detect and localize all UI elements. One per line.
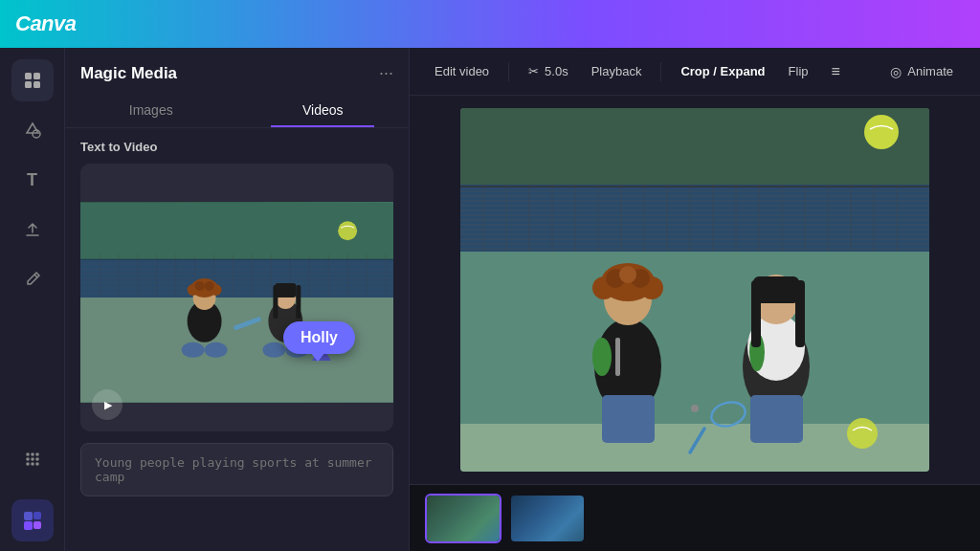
filmstrip-thumb-inner-1 — [427, 496, 500, 541]
tab-videos[interactable]: Videos — [237, 95, 410, 127]
svg-rect-3 — [33, 81, 40, 88]
animate-button[interactable]: ◎ Animate — [879, 58, 965, 85]
svg-rect-57 — [296, 285, 301, 319]
svg-point-7 — [35, 452, 39, 456]
svg-point-9 — [31, 457, 34, 461]
canvas-area — [410, 96, 980, 484]
scissors-button[interactable]: ✂ 5.0s — [519, 58, 578, 84]
draw-icon — [23, 270, 42, 289]
flip-button[interactable]: Flip — [779, 58, 818, 84]
tennis-scene-svg — [80, 202, 393, 403]
scroll-indicator — [691, 405, 699, 412]
svg-rect-14 — [24, 521, 33, 530]
playback-button[interactable]: Playback — [582, 58, 652, 84]
svg-point-13 — [35, 462, 39, 466]
video-preview-card: Holly — [80, 164, 393, 431]
svg-rect-58 — [275, 283, 296, 298]
sidebar-item-upload[interactable] — [11, 209, 54, 251]
prompt-input[interactable] — [80, 443, 393, 496]
sidebar-item-shapes[interactable] — [11, 109, 54, 151]
edit-video-button[interactable]: Edit video — [425, 58, 499, 84]
svg-rect-65 — [460, 108, 929, 185]
main-layout: T — [0, 48, 980, 551]
svg-point-111 — [592, 338, 612, 376]
svg-point-5 — [26, 452, 30, 456]
svg-point-124 — [864, 115, 899, 149]
sidebar-item-text[interactable]: T — [11, 159, 54, 201]
menu-icon: ≡ — [832, 63, 840, 80]
panel-tabs: Images Videos — [65, 95, 409, 128]
toolbar-divider-1 — [508, 62, 509, 81]
svg-rect-101 — [460, 252, 929, 424]
main-canvas[interactable] — [460, 108, 929, 472]
svg-point-61 — [338, 221, 357, 240]
video-play-button[interactable] — [92, 389, 122, 420]
apps-icon — [23, 450, 42, 469]
text-to-video-label: Text to Video — [65, 140, 409, 164]
editor-toolbar: Edit video ✂ 5.0s Playback Crop / Expand… — [410, 48, 980, 96]
video-preview-top — [80, 164, 393, 202]
holly-tooltip: Holly — [283, 321, 355, 354]
scissors-icon: ✂ — [528, 64, 539, 78]
svg-rect-15 — [24, 512, 33, 520]
svg-point-52 — [182, 342, 205, 358]
upload-icon — [23, 220, 42, 239]
svg-point-109 — [619, 266, 636, 283]
svg-point-51 — [205, 281, 214, 291]
svg-rect-120 — [750, 395, 803, 443]
svg-point-53 — [205, 342, 228, 358]
sidebar-item-elements[interactable] — [11, 59, 54, 101]
svg-point-4 — [33, 130, 40, 138]
svg-point-6 — [31, 452, 34, 456]
svg-point-8 — [26, 457, 30, 461]
svg-rect-16 — [33, 512, 41, 519]
svg-rect-112 — [602, 395, 655, 443]
svg-point-59 — [262, 342, 285, 358]
grid-icon — [23, 71, 42, 90]
magic-icon — [22, 510, 43, 531]
animate-icon: ◎ — [890, 64, 902, 79]
filmstrip-thumb-1[interactable] — [425, 494, 501, 543]
svg-rect-0 — [25, 73, 32, 79]
svg-point-10 — [35, 457, 39, 461]
svg-rect-119 — [753, 276, 799, 303]
sidebar-item-draw[interactable] — [11, 258, 54, 300]
shapes-icon — [23, 121, 42, 140]
filmstrip-thumb-inner-2 — [511, 496, 584, 541]
menu-button[interactable]: ≡ — [822, 57, 850, 86]
svg-rect-66 — [460, 185, 929, 252]
svg-rect-1 — [33, 73, 40, 79]
canva-logo: Canva — [15, 11, 77, 36]
panel-header: Magic Media ··· — [65, 48, 409, 95]
svg-rect-17 — [33, 521, 41, 529]
topbar: Canva — [0, 0, 980, 48]
svg-point-50 — [195, 281, 205, 291]
svg-rect-2 — [25, 81, 32, 88]
magic-media-panel: Magic Media ··· Images Videos Text to Vi… — [65, 48, 410, 551]
editor-area: Edit video ✂ 5.0s Playback Crop / Expand… — [410, 48, 980, 551]
svg-point-11 — [26, 462, 30, 466]
crop-expand-button[interactable]: Crop / Expand — [671, 58, 774, 84]
icon-sidebar: T — [0, 48, 65, 551]
text-icon: T — [27, 170, 37, 190]
main-canvas-svg — [460, 108, 929, 472]
svg-rect-110 — [615, 338, 620, 376]
svg-point-12 — [31, 462, 34, 466]
filmstrip — [410, 484, 980, 551]
panel-title: Magic Media — [80, 64, 177, 83]
toolbar-divider-2 — [660, 62, 661, 81]
sidebar-item-apps[interactable] — [11, 438, 54, 480]
magic-media-icon[interactable] — [11, 499, 54, 541]
tab-images[interactable]: Images — [65, 95, 237, 127]
video-preview-image — [80, 202, 393, 403]
svg-point-121 — [847, 418, 878, 449]
filmstrip-thumb-2[interactable] — [509, 494, 586, 543]
panel-more-button[interactable]: ··· — [379, 63, 393, 83]
panel-input-area — [80, 443, 393, 500]
